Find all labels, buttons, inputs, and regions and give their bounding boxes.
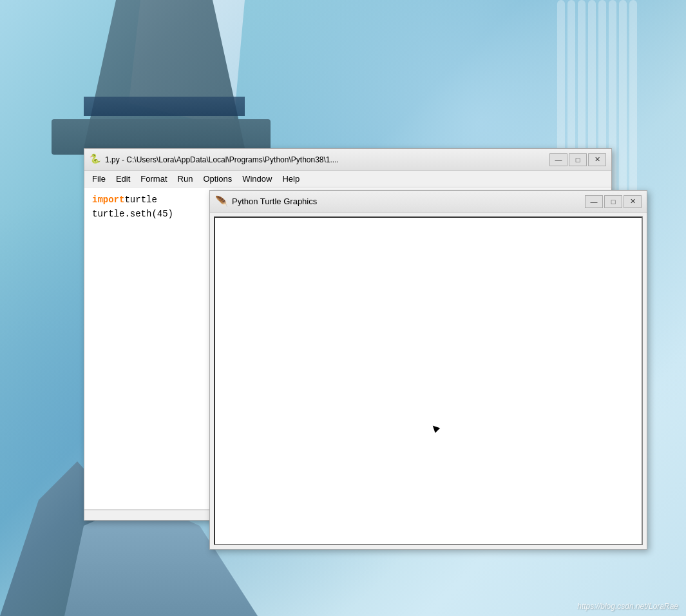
turtle-minimize-button[interactable]: —	[585, 195, 603, 208]
turtle-canvas[interactable]: ►	[214, 217, 643, 545]
idle-titlebar: 🐍 1.py - C:\Users\Lora\AppData\Local\Pro…	[84, 149, 611, 171]
import-keyword: import	[92, 193, 124, 207]
titlebar-left: 🐍 1.py - C:\Users\Lora\AppData\Local\Pro…	[90, 154, 339, 166]
turtle-title-left: 🪶 Python Turtle Graphics	[215, 195, 317, 207]
idle-minimize-button[interactable]: —	[549, 153, 567, 166]
idle-menu-bar: File Edit Format Run Options Window Help	[84, 171, 611, 188]
turtle-cursor: ►	[426, 420, 443, 436]
hat-band	[84, 97, 245, 116]
turtle-close-button[interactable]: ✕	[624, 195, 642, 208]
turtle-feather-icon: 🪶	[215, 195, 228, 207]
module-name: turtle	[124, 193, 157, 207]
code-line-2-text: turtle.seth(45)	[92, 207, 173, 221]
menu-edit[interactable]: Edit	[111, 172, 135, 186]
idle-close-button[interactable]: ✕	[588, 153, 606, 166]
titlebar-controls: — □ ✕	[549, 153, 606, 166]
turtle-maximize-button[interactable]: □	[604, 195, 622, 208]
turtle-graphics-window: 🪶 Python Turtle Graphics — □ ✕ ►	[209, 190, 647, 550]
turtle-titlebar: 🪶 Python Turtle Graphics — □ ✕	[210, 191, 647, 213]
turtle-window-title: Python Turtle Graphics	[232, 197, 317, 206]
turtle-titlebar-controls: — □ ✕	[585, 195, 642, 208]
menu-options[interactable]: Options	[198, 172, 237, 186]
menu-window[interactable]: Window	[237, 172, 277, 186]
menu-run[interactable]: Run	[173, 172, 198, 186]
watermark: https://blog.csdn.net/LoraRae	[577, 602, 678, 611]
python-icon: 🐍	[90, 154, 101, 166]
menu-help[interactable]: Help	[277, 172, 305, 186]
menu-file[interactable]: File	[87, 172, 111, 186]
idle-title: 1.py - C:\Users\Lora\AppData\Local\Progr…	[105, 155, 339, 164]
menu-format[interactable]: Format	[135, 172, 172, 186]
idle-maximize-button[interactable]: □	[569, 153, 587, 166]
